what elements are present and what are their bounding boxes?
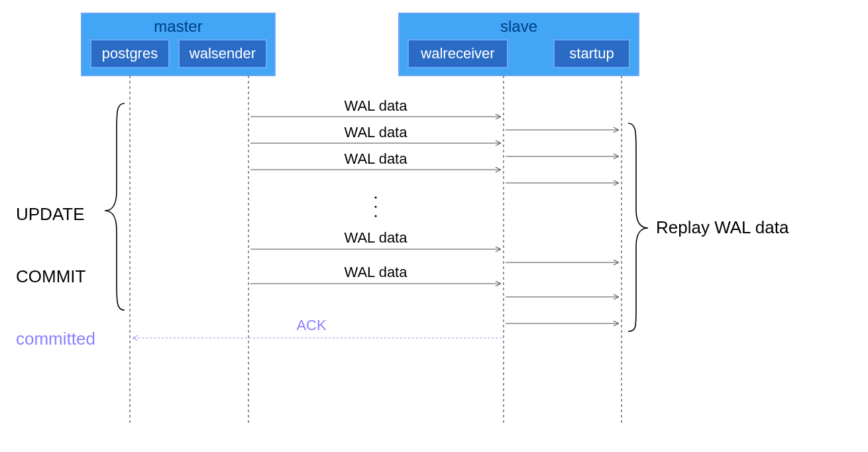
walreceiver-label: walreceiver (420, 45, 494, 62)
sequence-diagram: master postgres walsender slave walrecei… (0, 0, 868, 452)
slave-box: slave walreceiver startup (399, 13, 639, 76)
svg-point-11 (374, 196, 376, 198)
brace-right-icon (628, 123, 648, 331)
slave-title: slave (500, 17, 537, 35)
committed-label: committed (16, 329, 95, 349)
replay-label: Replay WAL data (656, 217, 789, 237)
master-box: master postgres walsender (81, 13, 275, 76)
master-title: master (154, 17, 202, 35)
wal-label: WAL data (345, 124, 408, 141)
wal-row-5: WAL data (250, 264, 618, 297)
update-label: UPDATE (16, 204, 85, 224)
wal-label: WAL data (345, 150, 408, 167)
postgres-label: postgres (102, 45, 158, 62)
wal-label: WAL data (345, 97, 408, 114)
walsender-process: walsender (179, 40, 266, 68)
svg-point-12 (374, 205, 376, 207)
startup-label: startup (569, 45, 614, 62)
wal-row-3: WAL data (250, 150, 618, 170)
wal-row-1: WAL data (250, 97, 500, 117)
svg-point-13 (374, 215, 376, 217)
postgres-process: postgres (91, 40, 169, 68)
wal-row-2: WAL data (250, 124, 618, 143)
wal-label: WAL data (345, 229, 408, 246)
walsender-label: walsender (189, 45, 256, 62)
ack-row: ACK (133, 317, 502, 338)
ack-label: ACK (296, 317, 327, 333)
wal-label: WAL data (345, 264, 408, 280)
brace-left-icon (105, 103, 125, 310)
ellipsis-icon (374, 196, 376, 217)
wal-row-4: WAL data (250, 229, 618, 262)
walreceiver-process: walreceiver (408, 40, 508, 68)
commit-label: COMMIT (16, 266, 86, 286)
startup-process: startup (554, 40, 629, 68)
